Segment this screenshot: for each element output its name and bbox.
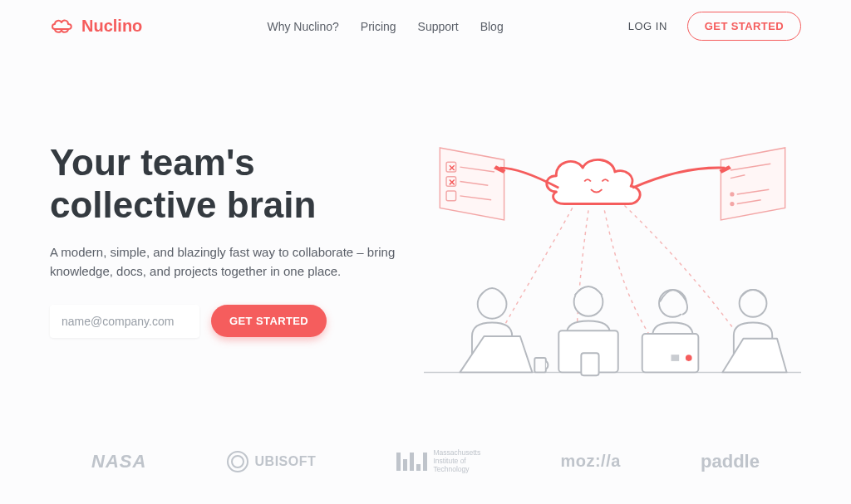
mozilla-text: moz://a — [560, 452, 620, 471]
client-logo-mit: Massachusetts Institute of Technology — [396, 449, 481, 473]
hero-illustration — [424, 127, 801, 404]
mit-text: Massachusetts Institute of Technology — [434, 449, 481, 473]
hero-title: Your team's collective brain — [50, 142, 407, 226]
site-header: Nuclino Why Nuclino? Pricing Support Blo… — [0, 0, 851, 52]
login-link[interactable]: LOG IN — [628, 20, 667, 32]
email-field[interactable] — [50, 305, 199, 338]
client-logo-mozilla: moz://a — [560, 452, 620, 471]
primary-nav: Why Nuclino? Pricing Support Blog — [267, 20, 503, 33]
get-started-button-header[interactable]: GET STARTED — [687, 12, 801, 41]
svg-point-10 — [730, 203, 734, 206]
client-logo-ubisoft: UBISOFT — [227, 451, 317, 472]
client-logos-row: NASA UBISOFT Massachusetts Institute of … — [0, 404, 851, 473]
team-cloud-illustration-icon — [424, 127, 801, 401]
paddle-text: paddle — [701, 451, 760, 472]
hero-section: Your team's collective brain A modern, s… — [0, 52, 851, 404]
mit-bars-icon — [396, 453, 427, 471]
svg-rect-21 — [671, 355, 680, 361]
nav-pricing[interactable]: Pricing — [361, 20, 396, 33]
svg-point-20 — [686, 355, 692, 361]
nav-blog[interactable]: Blog — [480, 20, 504, 33]
signup-form: GET STARTED — [50, 305, 407, 338]
svg-point-8 — [730, 193, 734, 196]
ubisoft-text: UBISOFT — [255, 454, 317, 469]
hero-copy: Your team's collective brain A modern, s… — [50, 127, 407, 404]
svg-rect-14 — [534, 358, 546, 372]
svg-rect-17 — [581, 353, 598, 375]
client-logo-paddle: paddle — [701, 451, 760, 472]
nav-support[interactable]: Support — [418, 20, 459, 33]
ubisoft-swirl-icon — [227, 451, 248, 472]
svg-rect-19 — [642, 334, 699, 372]
nav-why[interactable]: Why Nuclino? — [267, 20, 338, 33]
brand-logo[interactable]: Nuclino — [50, 17, 142, 36]
hero-subtitle: A modern, simple, and blazingly fast way… — [50, 242, 407, 281]
client-logo-nasa: NASA — [91, 451, 146, 472]
nasa-text: NASA — [91, 451, 146, 472]
hero-title-line1: Your team's — [50, 142, 255, 183]
get-started-button-hero[interactable]: GET STARTED — [211, 305, 327, 337]
brain-cloud-icon — [50, 17, 75, 36]
hero-title-line2: collective brain — [50, 184, 316, 225]
nav-right: LOG IN GET STARTED — [628, 12, 801, 41]
brand-name: Nuclino — [81, 17, 142, 36]
